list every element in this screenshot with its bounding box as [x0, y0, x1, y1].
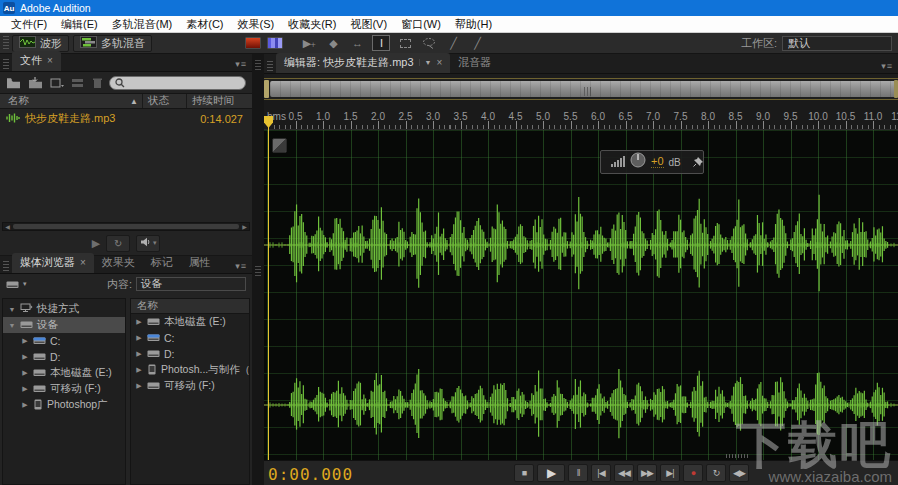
spot-healing-brush-tool[interactable]: ╱ [468, 35, 486, 51]
navigator-left-handle[interactable] [264, 80, 269, 98]
menu-item[interactable]: 文件(F) [4, 17, 54, 32]
toolbar-grip[interactable] [3, 36, 9, 51]
tree-collapsed-icon[interactable]: ▶ [21, 401, 29, 409]
hscroll-grip[interactable] [726, 454, 750, 458]
scroll-left-icon[interactable]: ◀ [3, 223, 12, 230]
tree-collapsed-icon[interactable]: ▶ [135, 350, 143, 358]
tree-collapsed-icon[interactable]: ▶ [135, 366, 143, 374]
tab-properties[interactable]: 属性 [181, 253, 219, 273]
menu-item[interactable]: 视图(V) [343, 17, 394, 32]
column-name[interactable]: 名称 ▲ [0, 94, 142, 108]
sort-ascending-icon[interactable]: ▲ [130, 97, 138, 106]
scrollbar-thumb[interactable] [13, 224, 239, 229]
time-selection-tool[interactable]: I [372, 35, 390, 51]
panel-menu-icon[interactable]: ▾≡ [230, 259, 252, 273]
hud-db-value[interactable]: +0 [651, 156, 664, 168]
panel-menu-icon[interactable]: ▾≡ [230, 57, 252, 71]
move-tool[interactable]: ▶₊ [300, 35, 318, 51]
navigator-right-handle[interactable] [894, 80, 898, 98]
loop-preview-button[interactable]: ↻ [106, 235, 130, 252]
insert-into-multitrack-icon[interactable] [71, 77, 85, 89]
tree-expanded-icon[interactable]: ▼ [8, 306, 16, 313]
tab-effects-rack[interactable]: 效果夹 [94, 253, 143, 273]
file-row[interactable]: 快步皮鞋走路.mp3 0:14.027 [0, 111, 252, 126]
zoom-navigator[interactable] [264, 78, 898, 100]
tree-item[interactable]: ▶C: [3, 333, 125, 349]
panel-splitter[interactable] [252, 54, 264, 485]
record-button[interactable]: ● [683, 464, 703, 482]
rewind-button[interactable]: ◀◀ [614, 464, 634, 482]
multitrack-view-button[interactable]: 多轨混音 [73, 35, 152, 52]
slip-tool[interactable]: ↔ [348, 35, 366, 51]
channel-indicator-icon[interactable] [272, 138, 287, 153]
new-item-icon[interactable] [50, 77, 64, 89]
column-status[interactable]: 状态 [142, 94, 186, 108]
tree-collapsed-icon[interactable]: ▶ [135, 382, 143, 390]
menu-item[interactable]: 多轨混音(M) [105, 17, 180, 32]
razor-tool[interactable]: ◆ [324, 35, 342, 51]
lasso-selection-tool[interactable] [420, 35, 438, 51]
panel-grip[interactable] [3, 59, 9, 71]
waveform-view-button[interactable]: 波形 [12, 35, 69, 52]
panel-grip[interactable] [3, 261, 9, 273]
play-preview-button[interactable]: ▶ [92, 237, 100, 250]
close-icon[interactable]: × [437, 57, 443, 68]
auto-play-button[interactable]: ▾ [136, 235, 160, 252]
playhead-line[interactable] [268, 116, 269, 460]
tree-item[interactable]: ▼设备 [3, 317, 125, 333]
tree-collapsed-icon[interactable]: ▶ [21, 337, 29, 345]
files-horizontal-scrollbar[interactable]: ◀ ▶ [2, 222, 250, 231]
tab-files[interactable]: 文件 × [12, 51, 61, 71]
workspace-dropdown[interactable]: 默认 [782, 36, 892, 51]
drive-select-icon[interactable] [6, 275, 19, 293]
tree-item[interactable]: ▼快捷方式 [3, 301, 125, 317]
volume-knob-icon[interactable] [630, 152, 646, 172]
stop-button[interactable]: ■ [514, 464, 534, 482]
pause-button[interactable]: ‖ [568, 464, 588, 482]
menu-item[interactable]: 收藏夹(R) [281, 17, 343, 32]
skip-selection-button[interactable]: ◀▶ [729, 464, 749, 482]
list-item[interactable]: ▶可移动 (F:) [131, 378, 249, 394]
column-duration[interactable]: 持续时间 [186, 94, 252, 108]
menu-item[interactable]: 帮助(H) [448, 17, 499, 32]
loop-playback-button[interactable]: ↻ [706, 464, 726, 482]
menu-item[interactable]: 窗口(W) [394, 17, 448, 32]
tree-expanded-icon[interactable]: ▼ [8, 322, 16, 329]
marquee-selection-tool[interactable] [396, 35, 414, 51]
volume-hud[interactable]: +0 dB [600, 150, 704, 174]
tree-item[interactable]: ▶本地磁盘 (E:) [3, 365, 125, 381]
waveform-display-button[interactable] [267, 37, 283, 49]
tree-collapsed-icon[interactable]: ▶ [135, 318, 143, 326]
list-item[interactable]: ▶C: [131, 330, 249, 346]
chevron-down-icon[interactable]: ▼ [419, 59, 432, 66]
close-icon[interactable]: × [80, 257, 86, 268]
list-item[interactable]: ▶本地磁盘 (E:) [131, 314, 249, 330]
files-search-box[interactable] [109, 76, 246, 90]
tab-markers[interactable]: 标记 [143, 253, 181, 273]
list-item[interactable]: ▶Photosh...与制作（第2版） [131, 362, 249, 378]
search-input[interactable] [128, 77, 240, 88]
panel-grip[interactable] [267, 61, 273, 73]
tree-item[interactable]: ▶可移动 (F:) [3, 381, 125, 397]
close-icon[interactable]: × [47, 55, 53, 66]
tree-collapsed-icon[interactable]: ▶ [135, 334, 143, 342]
navigator-grip[interactable] [584, 87, 593, 96]
menu-item[interactable]: 素材(C) [179, 17, 230, 32]
navigator-range-bar[interactable] [270, 81, 897, 97]
skip-to-start-button[interactable]: |◀ [591, 464, 611, 482]
tree-collapsed-icon[interactable]: ▶ [21, 353, 29, 361]
pin-icon[interactable] [693, 153, 704, 171]
scroll-right-icon[interactable]: ▶ [240, 223, 249, 230]
paintbrush-selection-tool[interactable]: ╱ [444, 35, 462, 51]
tab-editor[interactable]: 编辑器: 快步皮鞋走路.mp3 ▼ × [276, 53, 450, 73]
tree-item[interactable]: ▶Photoshop广 [3, 397, 125, 413]
menu-item[interactable]: 效果(S) [231, 17, 282, 32]
play-button[interactable]: ▶ [537, 464, 565, 482]
tree-collapsed-icon[interactable]: ▶ [21, 369, 29, 377]
tree-collapsed-icon[interactable]: ▶ [21, 385, 29, 393]
list-column-name[interactable]: 名称 [131, 299, 249, 314]
menu-item[interactable]: 编辑(E) [54, 17, 105, 32]
skip-to-end-button[interactable]: ▶| [660, 464, 680, 482]
open-file-icon[interactable] [6, 77, 21, 89]
list-item[interactable]: ▶D: [131, 346, 249, 362]
